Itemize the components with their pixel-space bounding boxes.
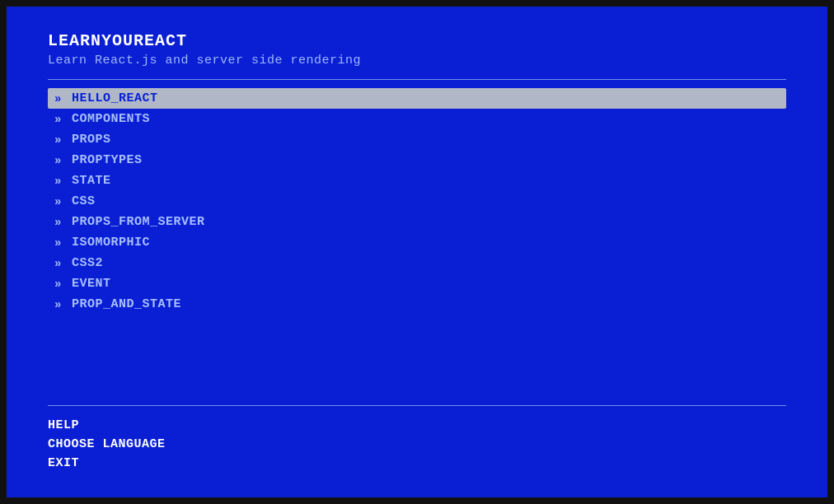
menu-item-label: EVENT [72, 277, 111, 291]
footer-link-help[interactable]: HELP [48, 416, 786, 435]
menu-item-hello_react[interactable]: »HELLO_REACT [48, 88, 786, 109]
menu-item-label: COMPONENTS [72, 112, 150, 126]
menu-item-event[interactable]: »EVENT [48, 273, 786, 294]
menu-item-props_from_server[interactable]: »PROPS_FROM_SERVER [48, 212, 786, 232]
menu-item-label: HELLO_REACT [72, 91, 158, 105]
menu-item-label: STATE [72, 174, 111, 188]
arrow-icon: » [54, 298, 62, 311]
menu-item-label: PROPS [72, 133, 111, 147]
menu-item-proptypes[interactable]: »PROPTYPES [48, 150, 786, 170]
arrow-icon: » [54, 257, 62, 270]
menu-list: »HELLO_REACT»COMPONENTS»PROPS»PROPTYPES»… [48, 88, 786, 397]
arrow-icon: » [54, 133, 62, 147]
bottom-divider [48, 405, 786, 406]
arrow-icon: » [54, 92, 62, 105]
top-divider [48, 79, 786, 80]
arrow-icon: » [54, 278, 62, 291]
arrow-icon: » [54, 216, 62, 229]
bottom-section: HELPCHOOSE LANGUAGEEXIT [48, 405, 786, 473]
menu-item-label: CSS2 [72, 256, 103, 270]
footer-link-choose-language[interactable]: CHOOSE LANGUAGE [48, 435, 786, 454]
menu-item-props[interactable]: »PROPS [48, 129, 786, 150]
arrow-icon: » [54, 236, 62, 250]
menu-item-css[interactable]: »CSS [48, 191, 786, 212]
arrow-icon: » [54, 195, 62, 208]
arrow-icon: » [54, 154, 62, 167]
menu-item-css2[interactable]: »CSS2 [48, 253, 786, 273]
arrow-icon: » [54, 175, 62, 188]
footer-links: HELPCHOOSE LANGUAGEEXIT [48, 416, 786, 473]
menu-item-label: ISOMORPHIC [72, 236, 150, 250]
menu-item-state[interactable]: »STATE [48, 170, 786, 191]
menu-item-label: CSS [72, 194, 96, 208]
terminal-window: LEARNYOUREACT Learn React.js and server … [0, 0, 834, 504]
menu-item-label: PROPTYPES [72, 153, 143, 167]
app-title: LEARNYOUREACT [48, 31, 786, 50]
menu-item-prop_and_state[interactable]: »PROP_AND_STATE [48, 294, 786, 315]
menu-item-label: PROP_AND_STATE [72, 297, 181, 311]
menu-item-components[interactable]: »COMPONENTS [48, 109, 786, 129]
arrow-icon: » [54, 113, 62, 126]
menu-item-isomorphic[interactable]: »ISOMORPHIC [48, 232, 786, 253]
menu-item-label: PROPS_FROM_SERVER [72, 215, 205, 229]
footer-link-exit[interactable]: EXIT [48, 454, 786, 473]
app-subtitle: Learn React.js and server side rendering [48, 54, 786, 68]
